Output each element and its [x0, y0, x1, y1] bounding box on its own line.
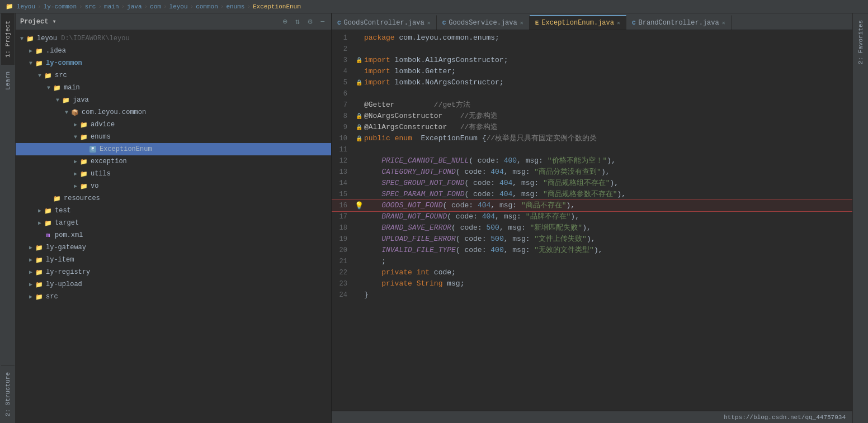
bc-leyou2[interactable]: leyou — [169, 3, 188, 10]
line-code-18: BRAND_SAVE_ERROR( code: 500, msg: "新增匹配失… — [364, 222, 591, 234]
line-gutter-3: 🔒 — [354, 57, 364, 64]
package-icon: 📦 — [70, 108, 79, 117]
bc-exception-enum: ExceptionEnum — [253, 3, 301, 10]
folder-icon-java: 📁 — [62, 96, 70, 104]
code-line-3: 3 🔒 import lombok.AllArgsConstructor; — [332, 55, 852, 66]
bc-ly-common[interactable]: ly-common — [44, 3, 77, 10]
code-line-17: 17 BRAND_NOT_FOUND( code: 404, msg: "品牌不… — [332, 211, 852, 222]
tree-label-ly-item: ly-item — [46, 256, 74, 264]
tree-item-resources[interactable]: 📁 resources — [16, 192, 331, 205]
favorites-label[interactable]: 2: Favorites — [854, 13, 867, 71]
toolbar-hide-btn[interactable]: − — [319, 17, 327, 26]
tab-close-brand-controller[interactable]: ✕ — [722, 20, 725, 26]
code-line-2: 2 — [332, 44, 852, 55]
tree-item-enums[interactable]: ▼ 📁 enums — [16, 131, 331, 143]
tree-item-src2[interactable]: ▶ 📁 src — [16, 291, 331, 303]
tree-label-enums: enums — [91, 133, 111, 141]
folder-icon-test: 📁 — [44, 206, 53, 215]
bc-common[interactable]: common — [196, 3, 218, 10]
line-code-16: GOODS_NOT_FOND( code: 404, msg: "商品不存在")… — [364, 200, 575, 211]
line-num-15: 15 — [332, 191, 354, 198]
tree-item-package[interactable]: ▼ 📦 com.leyou.common — [16, 106, 331, 118]
tree-arrow-advice: ▶ — [72, 121, 79, 128]
tree-label-ly-common: ly-common — [46, 59, 82, 67]
tree-item-main[interactable]: ▼ 📁 main — [16, 82, 331, 94]
bc-com[interactable]: com — [150, 3, 161, 10]
main-layout: 1: Project Learn 2: Structure Project ▾ … — [0, 13, 868, 423]
toolbar-collapse-btn[interactable]: ⇅ — [294, 17, 301, 26]
toolbar-locate-btn[interactable]: ⊕ — [281, 17, 289, 26]
folder-icon-src2: 📁 — [35, 292, 44, 301]
tree-label-target: target — [55, 219, 79, 227]
folder-icon-vo: 📁 — [79, 182, 88, 191]
bulb-icon[interactable]: 💡 — [355, 201, 364, 210]
line-code-22: private int code; — [364, 267, 456, 278]
tab-goods-service[interactable]: C GoodsService.java ✕ — [437, 15, 530, 30]
tab-close-goods-service[interactable]: ✕ — [520, 20, 523, 26]
tree-item-ly-gateway[interactable]: ▶ 📁 ly-gateway — [16, 241, 331, 254]
folder-icon-resources: 📁 — [53, 194, 62, 203]
line-num-16: 16 — [332, 202, 354, 210]
tab-icon-goods-service: C — [442, 20, 446, 26]
tree-label-ly-gateway: ly-gateway — [46, 244, 86, 251]
tree-item-exception[interactable]: ▶ 📁 exception — [16, 155, 331, 168]
tree-item-ly-common[interactable]: ▼ 📁 ly-common — [16, 57, 331, 69]
tree-arrow-utils: ▶ — [72, 170, 79, 177]
line-gutter-8: 🔒 — [354, 113, 364, 120]
tree-label-pom: pom.xml — [55, 231, 83, 239]
bc-java[interactable]: java — [127, 3, 141, 10]
project-title: Project ▾ — [20, 17, 276, 26]
tree-item-java[interactable]: ▼ 📁 java — [16, 94, 331, 106]
tree-item-idea[interactable]: ▶ 📁 .idea — [16, 45, 331, 57]
tab-brand-controller[interactable]: C BrandController.java ✕ — [626, 15, 732, 30]
tree-item-ly-registry[interactable]: ▶ 📁 ly-registry — [16, 266, 331, 278]
code-line-7: 7 @Getter //get方法 — [332, 99, 852, 111]
tree-item-utils[interactable]: ▶ 📁 utils — [16, 168, 331, 180]
tree-item-exception-enum[interactable]: E ExceptionEnum — [16, 143, 331, 155]
tree-item-target[interactable]: ▶ 📁 target — [16, 217, 331, 229]
toolbar-settings-btn[interactable]: ⚙ — [306, 17, 314, 26]
folder-icon-idea: 📁 — [35, 46, 44, 55]
tab-learn[interactable]: Learn — [1, 64, 15, 97]
bc-main[interactable]: main — [104, 3, 119, 10]
bc-enums[interactable]: enums — [226, 3, 244, 10]
tree-label-utils: utils — [91, 170, 111, 178]
line-code-23: private String msg; — [364, 278, 464, 289]
tree-label-main: main — [64, 84, 80, 92]
tree-label-package: com.leyou.common — [82, 108, 146, 116]
tab-label-brand-controller: BrandController.java — [639, 19, 719, 27]
folder-icon-ly-gateway: 📁 — [35, 243, 44, 252]
folder-icon-ly-registry: 📁 — [35, 268, 44, 277]
code-line-12: 12 PRICE_CANNOT_BE_NULL( code: 400, msg:… — [332, 155, 852, 167]
tree-item-leyou[interactable]: ▼ 📁 leyou D:\IDEAWORK\leyou — [16, 32, 331, 45]
bc-leyou[interactable]: leyou — [17, 3, 35, 10]
tree-item-vo[interactable]: ▶ 📁 vo — [16, 180, 331, 192]
code-line-4: 4 import lombok.Getter; — [332, 66, 852, 77]
code-line-23: 23 private String msg; — [332, 278, 852, 289]
tree-item-src[interactable]: ▼ 📁 src — [16, 69, 331, 82]
tree-label-exception-enum: ExceptionEnum — [100, 145, 152, 153]
tree-item-test[interactable]: ▶ 📁 test — [16, 205, 331, 217]
tree-item-advice[interactable]: ▶ 📁 advice — [16, 118, 331, 131]
line-num-18: 18 — [332, 224, 354, 232]
editor-area: C GoodsController.java ✕ C GoodsService.… — [332, 13, 852, 423]
bc-src[interactable]: src — [85, 3, 96, 10]
line-code-15: SPEC_PARAM_NOT_FOND( code: 404, msg: "商品… — [364, 189, 626, 200]
tab-close-exception-enum[interactable]: ✕ — [617, 20, 620, 26]
tab-goods-controller[interactable]: C GoodsController.java ✕ — [332, 15, 437, 30]
line-code-13: CATEGORY_NOT_FOND( code: 404, msg: "商品分类… — [364, 167, 610, 178]
tree-item-ly-item[interactable]: ▶ 📁 ly-item — [16, 254, 331, 266]
folder-icon-src: 📁 — [44, 71, 53, 80]
project-tree: ▼ 📁 leyou D:\IDEAWORK\leyou ▶ 📁 .idea ▼ … — [16, 30, 331, 423]
bc-icon: 📁 — [6, 3, 13, 10]
tab-close-goods-controller[interactable]: ✕ — [427, 20, 431, 26]
tab-structure[interactable]: 2: Structure — [1, 365, 15, 423]
tree-label-ly-upload: ly-upload — [46, 281, 82, 288]
tree-item-pom-xml[interactable]: m pom.xml — [16, 229, 331, 241]
tab-exception-enum[interactable]: E ExceptionEnum.java ✕ — [530, 15, 626, 30]
code-editor[interactable]: 1 package com.leyou.common.enums; 2 3 🔒 … — [332, 30, 852, 411]
tree-label-resources: resources — [64, 194, 100, 202]
tree-item-ly-upload[interactable]: ▶ 📁 ly-upload — [16, 278, 331, 291]
line-code-8: @NoArgsConstructor //无参构造 — [364, 111, 498, 122]
tab-project[interactable]: 1: Project — [1, 13, 15, 64]
